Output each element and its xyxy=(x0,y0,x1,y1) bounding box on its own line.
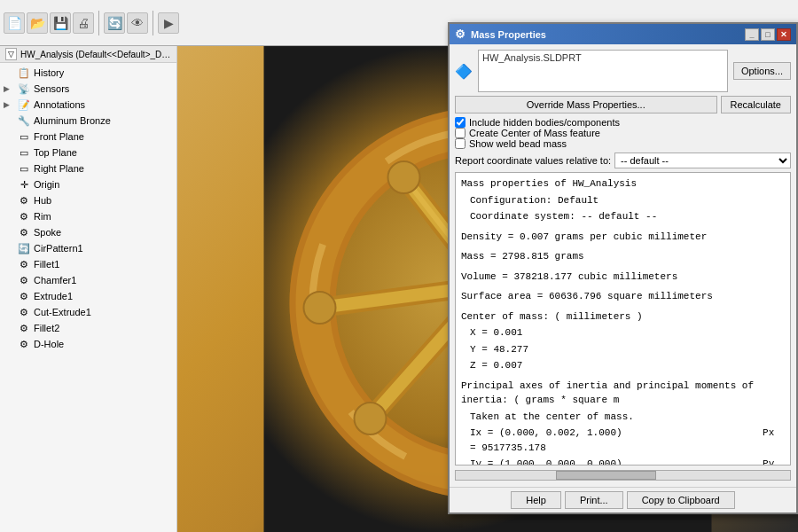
sidebar-item-annotations[interactable]: ▶ 📝 Annotations xyxy=(0,97,176,113)
item-icon: ✛ xyxy=(17,177,31,192)
item-label: Extrude1 xyxy=(34,291,73,301)
item-icon: ▭ xyxy=(17,129,31,144)
app-window: 📄 📂 💾 🖨 🔄 👁 ▶ ▽ HW_Analysis (Default<<De… xyxy=(0,0,798,532)
open-icon[interactable]: 📂 xyxy=(27,12,48,34)
toolbar-sep-2 xyxy=(153,11,153,35)
save-icon[interactable]: 💾 xyxy=(50,12,71,34)
item-icon: ▭ xyxy=(17,161,31,176)
sidebar-item-fillet1[interactable]: ⚙ Fillet1 xyxy=(0,256,176,272)
main-area: ▽ HW_Analysis (Default<<Default>_Display… xyxy=(0,46,798,532)
sidebar-header: ▽ HW_Analysis (Default<<Default>_Display xyxy=(0,46,176,63)
sidebar-title: HW_Analysis (Default<<Default>_Display xyxy=(20,50,171,59)
sidebar-item-aluminum-bronze[interactable]: 🔧 Aluminum Bronze xyxy=(0,113,176,129)
filename-display: HW_Analysis.SLDPRT xyxy=(478,50,728,92)
item-label: D-Hole xyxy=(34,339,64,349)
checkbox-label-show-weld: Show weld bead mass xyxy=(469,138,567,149)
checkbox-create-com[interactable] xyxy=(455,128,466,138)
checkbox-label-include-hidden: Include hidden bodies/components xyxy=(469,117,620,128)
print-icon[interactable]: 🖨 xyxy=(73,12,94,34)
checkbox-row-include-hidden: Include hidden bodies/components xyxy=(455,117,791,128)
checkbox-include-hidden[interactable] xyxy=(455,117,466,128)
svg-point-23 xyxy=(304,292,336,324)
item-label: History xyxy=(34,67,64,78)
item-label: Fillet2 xyxy=(34,323,59,333)
sidebar-tree: 📋 History ▶ 📡 Sensors ▶ 📝 Annotations 🔧 … xyxy=(0,63,176,532)
sidebar-item-front-plane[interactable]: ▭ Front Plane xyxy=(0,129,176,145)
item-label: Top Plane xyxy=(34,147,77,158)
options-button[interactable]: Options... xyxy=(733,62,791,80)
results-section-surface: Surface area = 60636.796 square millimet… xyxy=(461,289,785,304)
svg-point-21 xyxy=(388,161,420,193)
more-icon[interactable]: ▶ xyxy=(158,12,179,34)
item-icon: 📋 xyxy=(17,66,31,80)
sidebar-item-fillet2[interactable]: ⚙ Fillet2 xyxy=(0,320,176,336)
scrollbar-row xyxy=(455,469,791,481)
help-button[interactable]: Help xyxy=(511,491,561,509)
checkbox-show-weld[interactable] xyxy=(455,138,466,149)
recalculate-button[interactable]: Recalculate xyxy=(721,96,791,113)
item-label: Front Plane xyxy=(34,131,84,142)
item-label: Fillet1 xyxy=(34,259,59,270)
sidebar-item-cut-extrude1[interactable]: ⚙ Cut-Extrude1 xyxy=(0,304,176,320)
dialog-footer: Help Print... Copy to Clipboard xyxy=(450,487,796,512)
results-section-principal: Principal axes of inertia and principal … xyxy=(461,379,785,466)
sidebar-item-extrude1[interactable]: ⚙ Extrude1 xyxy=(0,288,176,304)
sidebar-item-spoke[interactable]: ⚙ Spoke xyxy=(0,224,176,240)
item-icon: 🔧 xyxy=(17,113,31,128)
expand-icon: ▶ xyxy=(4,84,14,93)
item-icon: ⚙ xyxy=(17,305,31,319)
new-icon[interactable]: 📄 xyxy=(4,12,25,34)
sidebar-item-d-hole[interactable]: ⚙ D-Hole xyxy=(0,336,176,352)
checkboxes-container: Include hidden bodies/components Create … xyxy=(455,117,791,149)
results-section-mass: Mass = 2798.815 grams xyxy=(461,249,785,264)
solidworks-icon: 🔷 xyxy=(455,63,473,80)
filter-icon[interactable]: ▽ xyxy=(5,48,17,60)
sidebar-item-sensors[interactable]: ▶ 📡 Sensors xyxy=(0,81,176,97)
results-section-com: Center of mass: ( millimeters ) X = 0.00… xyxy=(461,309,785,373)
rebuild-icon[interactable]: 🔄 xyxy=(104,12,125,34)
item-icon: ⚙ xyxy=(17,337,31,351)
sidebar-item-history[interactable]: 📋 History xyxy=(0,65,176,81)
checkbox-label-create-com: Create Center of Mass feature xyxy=(469,128,600,138)
item-icon: ⚙ xyxy=(17,225,31,239)
item-label: Rim xyxy=(34,211,51,222)
override-button[interactable]: Override Mass Properties... xyxy=(455,96,717,113)
toolbar-sep-1 xyxy=(98,11,99,35)
results-section-density: Density = 0.007 grams per cubic millimet… xyxy=(461,230,785,245)
item-icon: ⚙ xyxy=(17,193,31,207)
mass-properties-dialog: ⚙ Mass Properties _ □ ✕ 🔷 HW_Analysis.SL… xyxy=(448,46,798,514)
item-icon: ⚙ xyxy=(17,273,31,287)
coord-label: Report coordinate values relative to: xyxy=(455,155,611,166)
item-label: Aluminum Bronze xyxy=(34,115,111,126)
print-button[interactable]: Print... xyxy=(565,491,623,509)
sidebar-item-right-plane[interactable]: ▭ Right Plane xyxy=(0,160,176,176)
expand-icon: ▶ xyxy=(4,100,14,109)
item-icon: ⚙ xyxy=(17,321,31,335)
sidebar-item-hub[interactable]: ⚙ Hub xyxy=(0,192,176,208)
item-label: Hub xyxy=(34,195,51,206)
item-label: CirPattern1 xyxy=(34,243,83,254)
file-row: 🔷 HW_Analysis.SLDPRT Options... xyxy=(455,50,791,92)
results-section-volume: Volume = 378218.177 cubic millimeters xyxy=(461,270,785,285)
svg-point-25 xyxy=(355,403,387,434)
item-label: Chamfer1 xyxy=(34,275,76,286)
item-label: Sensors xyxy=(34,83,69,94)
checkbox-row-show-weld: Show weld bead mass xyxy=(455,138,791,149)
sidebar-item-chamfer1[interactable]: ⚙ Chamfer1 xyxy=(0,272,176,288)
dialog-body: 🔷 HW_Analysis.SLDPRT Options... Override… xyxy=(450,46,796,487)
item-label: Annotations xyxy=(34,99,85,110)
scroll-thumb[interactable] xyxy=(556,471,656,480)
horizontal-scrollbar[interactable] xyxy=(455,470,791,481)
button-row: Override Mass Properties... Recalculate xyxy=(455,96,791,113)
item-icon: 🔄 xyxy=(17,241,31,255)
item-icon: 📡 xyxy=(17,82,31,96)
copy-clipboard-button[interactable]: Copy to Clipboard xyxy=(627,491,735,509)
sidebar-item-top-plane[interactable]: ▭ Top Plane xyxy=(0,145,176,160)
coord-select[interactable]: -- default -- xyxy=(614,153,791,168)
sidebar-item-rim[interactable]: ⚙ Rim xyxy=(0,208,176,224)
view-icon[interactable]: 👁 xyxy=(127,12,148,34)
sidebar-item-origin[interactable]: ✛ Origin xyxy=(0,176,176,192)
sidebar-item-cirpattern1[interactable]: 🔄 CirPattern1 xyxy=(0,240,176,256)
sidebar: ▽ HW_Analysis (Default<<Default>_Display… xyxy=(0,46,177,532)
results-area: Mass properties of HW_Analysis Configura… xyxy=(455,172,791,466)
